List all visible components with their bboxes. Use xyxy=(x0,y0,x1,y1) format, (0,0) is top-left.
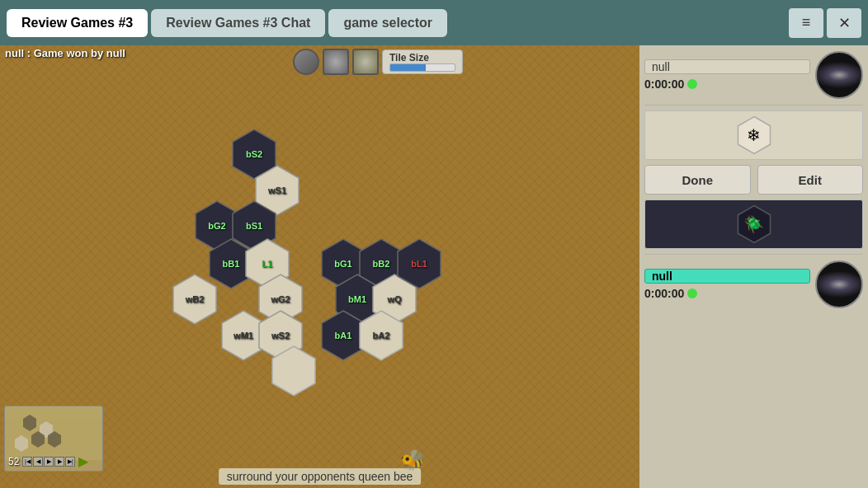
piece-display-2: 🪲 xyxy=(644,199,863,249)
piece-wB2[interactable]: wB2 xyxy=(172,273,218,326)
frame-counter: 52 xyxy=(8,456,19,467)
game-area: null : Game won by null Tile Size xyxy=(0,45,639,488)
player1-name-box: null xyxy=(644,59,810,74)
piece-bL1[interactable]: bL1 xyxy=(396,237,442,290)
nav-prev[interactable]: ◀ xyxy=(33,457,43,467)
tile-controls: Tile Size xyxy=(290,45,466,78)
center-piece-2: 🪲 xyxy=(737,204,771,244)
player2-info: null 0:00:00 xyxy=(644,269,810,300)
right-panel: null 0:00:00 ❄ Done Edit xyxy=(639,45,868,488)
svg-marker-17 xyxy=(272,346,315,396)
tab-review1chat[interactable]: Review Games #3 Chat xyxy=(151,9,325,37)
piece-extra[interactable] xyxy=(271,345,317,397)
divider2 xyxy=(644,254,863,255)
minimap[interactable]: 52 |◀ ◀ ▶ ▶ ▶| ▶ xyxy=(4,406,103,472)
player2-name-box: null xyxy=(644,269,810,284)
player2-timer-row: 0:00:00 xyxy=(644,287,810,300)
tab-gameselector[interactable]: game selector xyxy=(328,9,447,37)
hint-text: surround your opponents queen bee xyxy=(227,470,413,483)
nav-controls: |◀ ◀ ▶ ▶ ▶| xyxy=(22,457,75,467)
done-button[interactable]: Done xyxy=(644,165,751,195)
bottom-hint: surround your opponents queen bee xyxy=(219,468,422,485)
tile-size-label: Tile Size xyxy=(389,52,429,63)
tile-size-fill xyxy=(390,64,426,71)
tile-icon-1[interactable] xyxy=(293,49,319,75)
nav-next-end[interactable]: ▶| xyxy=(65,457,75,467)
player1-row: null 0:00:00 xyxy=(644,50,863,100)
player1-info: null 0:00:00 xyxy=(644,59,810,91)
menu-button[interactable]: ≡ xyxy=(789,8,823,38)
tile-size-bar[interactable] xyxy=(389,63,455,72)
tile-icon-3[interactable] xyxy=(352,49,379,75)
close-button[interactable]: ✕ xyxy=(827,8,861,38)
player2-avatar xyxy=(815,260,863,308)
nav-play[interactable]: ▶ xyxy=(44,457,54,467)
tab-review1[interactable]: Review Games #3 xyxy=(7,9,148,37)
player2-row: null 0:00:00 xyxy=(644,260,863,309)
center-piece-2-icon: 🪲 xyxy=(743,214,764,234)
center-piece-1-icon: ❄ xyxy=(747,125,761,145)
player2-name: null xyxy=(652,270,672,283)
tile-size-container: Tile Size xyxy=(382,49,463,74)
player1-timer-row: 0:00:00 xyxy=(644,77,810,91)
topbar: Review Games #3 Review Games #3 Chat gam… xyxy=(0,0,868,45)
nav-next[interactable]: ▶ xyxy=(54,457,64,467)
main-content: null : Game won by null Tile Size xyxy=(0,45,868,488)
divider1 xyxy=(644,105,863,106)
action-buttons: Done Edit xyxy=(644,165,863,195)
tile-icon-2[interactable] xyxy=(323,49,349,75)
nav-prev-start[interactable]: |◀ xyxy=(22,457,32,467)
player2-dot xyxy=(687,289,697,298)
game-board[interactable]: null : Game won by null Tile Size xyxy=(0,45,639,488)
nav-arrow-icon: ▶ xyxy=(78,453,88,469)
player1-name: null xyxy=(652,60,670,73)
minimap-progress: 52 |◀ ◀ ▶ ▶ ▶| ▶ xyxy=(5,453,102,469)
player2-timer: 0:00:00 xyxy=(644,287,684,300)
center-piece-1: ❄ xyxy=(737,115,771,155)
player1-timer: 0:00:00 xyxy=(644,77,684,91)
player1-dot xyxy=(687,79,697,89)
game-status: null : Game won by null xyxy=(5,47,125,59)
piece-display-1: ❄ xyxy=(644,110,863,160)
bee-icon: 🐝 xyxy=(400,448,425,472)
piece-bA2[interactable]: bA2 xyxy=(358,309,404,362)
edit-button[interactable]: Edit xyxy=(757,165,864,195)
player1-avatar xyxy=(815,51,863,99)
